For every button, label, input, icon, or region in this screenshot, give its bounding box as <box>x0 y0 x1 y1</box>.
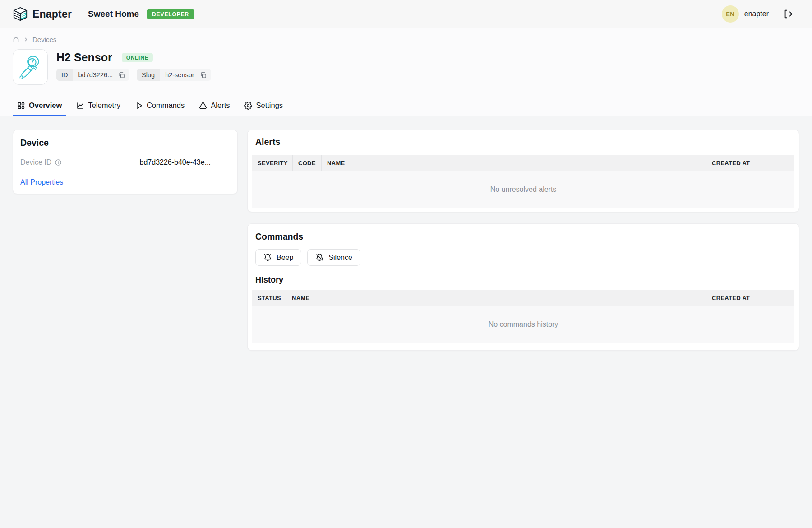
device-id-pill-value: bd7d3226... <box>73 69 118 81</box>
chevron-right-icon <box>23 37 28 42</box>
column-header-code: CODE <box>292 155 321 171</box>
command-buttons: Beep Silence <box>255 249 794 266</box>
breadcrumb-devices[interactable]: Devices <box>32 36 56 43</box>
alerts-empty-state: No unresolved alerts <box>252 171 794 208</box>
tab-overview[interactable]: Overview <box>13 95 66 116</box>
device-slug-pill-value: h2-sensor <box>160 69 198 81</box>
silence-command-button[interactable]: Silence <box>307 249 360 266</box>
warning-triangle-icon <box>199 102 207 110</box>
bell-ring-icon <box>263 253 272 262</box>
all-properties-link[interactable]: All Properties <box>20 178 63 186</box>
info-icon[interactable] <box>55 159 62 166</box>
copy-slug-button[interactable] <box>199 69 211 81</box>
history-title: History <box>255 275 794 285</box>
copy-icon <box>118 72 125 79</box>
device-tabs: Overview Telemetry Commands <box>13 95 799 116</box>
grid-icon <box>17 102 25 110</box>
device-avatar <box>13 49 48 85</box>
tab-commands[interactable]: Commands <box>130 95 189 116</box>
app-header: Enapter Sweet Home DEVELOPER EN enapter <box>0 0 812 28</box>
beep-command-button[interactable]: Beep <box>255 249 301 266</box>
device-id-value: bd7d3226-b40e-43e... <box>140 158 211 167</box>
play-icon <box>135 102 143 110</box>
device-card: Device Device ID bd7d3226-b40e-43e... Al… <box>13 130 238 194</box>
h2-sensor-illustration-icon <box>16 53 44 82</box>
column-header-status: STATUS <box>252 290 286 306</box>
tab-label: Alerts <box>211 101 230 110</box>
logout-icon <box>783 9 793 19</box>
copy-id-button[interactable] <box>117 69 129 81</box>
tab-alerts[interactable]: Alerts <box>194 95 234 116</box>
column-header-name: NAME <box>286 290 706 306</box>
device-info: H2 Sensor ONLINE ID bd7d3226... <box>56 49 211 85</box>
user-name: enapter <box>744 10 769 18</box>
history-table-header: STATUS NAME CREATED AT <box>252 290 794 306</box>
silence-button-label: Silence <box>328 254 352 262</box>
tab-label: Telemetry <box>88 101 120 110</box>
history-empty-state: No commands history <box>252 306 794 343</box>
device-title: H2 Sensor <box>56 51 112 64</box>
device-card-title: Device <box>20 138 230 148</box>
chart-line-icon <box>76 102 84 110</box>
commands-history-table: STATUS NAME CREATED AT No commands histo… <box>252 290 794 343</box>
tab-label: Commands <box>147 101 185 110</box>
column-header-created-at: CREATED AT <box>706 155 794 171</box>
overview-content: Device Device ID bd7d3226-b40e-43e... Al… <box>0 116 812 351</box>
logout-button[interactable] <box>782 8 794 20</box>
brand-name: Enapter <box>32 8 72 20</box>
tab-settings[interactable]: Settings <box>240 95 287 116</box>
device-header: H2 Sensor ONLINE ID bd7d3226... <box>13 49 799 85</box>
beep-button-label: Beep <box>277 254 293 262</box>
device-slug-pill: Slug h2-sensor <box>137 69 211 81</box>
site-name: Sweet Home <box>88 9 139 19</box>
device-id-row: Device ID bd7d3226-b40e-43e... <box>20 158 230 167</box>
commands-card: Commands Beep <box>247 223 799 351</box>
developer-badge: DEVELOPER <box>147 9 194 19</box>
alerts-table: SEVERITY CODE NAME CREATED AT No unresol… <box>252 155 794 208</box>
column-header-created-at: CREATED AT <box>706 290 794 306</box>
alerts-card: Alerts SEVERITY CODE NAME CREATED AT No … <box>247 130 799 212</box>
bell-off-icon <box>315 253 324 262</box>
user-avatar[interactable]: EN <box>722 5 739 23</box>
tab-telemetry[interactable]: Telemetry <box>72 95 125 116</box>
alerts-table-header: SEVERITY CODE NAME CREATED AT <box>252 155 794 171</box>
right-column: Alerts SEVERITY CODE NAME CREATED AT No … <box>247 130 799 351</box>
device-id-pill: ID bd7d3226... <box>56 69 129 81</box>
enapter-logo[interactable]: Enapter <box>13 6 72 22</box>
column-header-name: NAME <box>321 155 706 171</box>
tab-label: Overview <box>29 101 62 110</box>
column-header-severity: SEVERITY <box>252 155 292 171</box>
commands-card-title: Commands <box>255 232 794 241</box>
tab-label: Settings <box>256 101 283 110</box>
device-id-pill-label: ID <box>56 69 73 81</box>
enapter-cube-icon <box>13 6 28 22</box>
copy-icon <box>200 72 207 79</box>
device-slug-pill-label: Slug <box>137 69 160 81</box>
device-id-label: Device ID <box>20 158 51 167</box>
online-status-badge: ONLINE <box>122 53 153 62</box>
gear-icon <box>244 102 252 110</box>
breadcrumb: Devices <box>13 28 799 43</box>
home-icon[interactable] <box>13 36 19 43</box>
alerts-card-title: Alerts <box>255 137 794 147</box>
page-subheader: Devices H2 <box>0 28 812 116</box>
